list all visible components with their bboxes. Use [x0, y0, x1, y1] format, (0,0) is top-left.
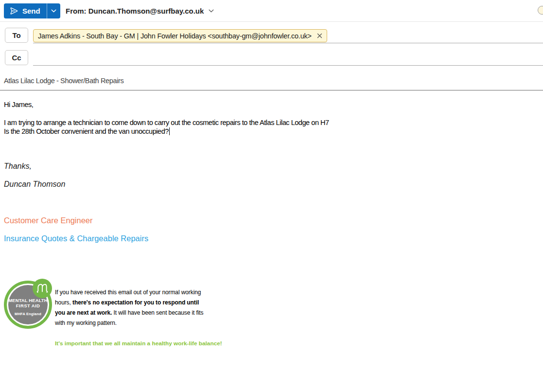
mhfa-m-icon: [36, 283, 49, 294]
working-pattern-line: hours, there's no expectation for you to…: [55, 298, 204, 308]
close-icon: [317, 33, 322, 38]
email-compose-window: Send From: Duncan.Thomson@surfbay.co.uk …: [0, 0, 543, 392]
header-divider: [0, 21, 543, 22]
wp-seg-bold: there's no expectation for you to respon…: [72, 299, 199, 306]
text-caret: [169, 127, 170, 135]
wp-seg: with my working pattern.: [55, 320, 117, 326]
wp-seg: If you have received this email out of y…: [55, 289, 201, 296]
send-button-label: Send: [22, 7, 40, 15]
remove-recipient-button[interactable]: [317, 33, 322, 38]
recipient-chip[interactable]: James Adkins - South Bay - GM | John Fow…: [33, 29, 327, 42]
wp-seg-bold: you are next at work.: [55, 309, 112, 316]
mhfa-m-badge: [33, 279, 52, 298]
truncated-toolbar-icon[interactable]: [538, 6, 543, 15]
body-greeting: Hi James,: [4, 101, 33, 108]
send-split-button[interactable]: Send: [4, 3, 60, 18]
working-pattern-line: you are next at work. It will have been …: [55, 308, 204, 318]
recipient-chip-label: James Adkins - South Bay - GM | John Fow…: [38, 32, 312, 40]
send-icon: [9, 6, 18, 16]
send-button[interactable]: Send: [4, 3, 47, 18]
wp-seg: It will have been sent because it fits: [112, 309, 203, 316]
mhfa-title-line1: MENTAL HEALTH: [8, 298, 47, 303]
chevron-down-icon: [51, 9, 56, 13]
mhfa-title-line2: FIRST AID: [16, 303, 40, 308]
to-button-label: To: [12, 31, 20, 39]
send-options-dropdown[interactable]: [47, 3, 60, 18]
cc-field-underline[interactable]: [33, 65, 543, 66]
to-button[interactable]: To: [5, 28, 28, 43]
chevron-down-icon: [209, 9, 214, 13]
signature-team: Insurance Quotes & Chargeable Repairs: [4, 234, 148, 243]
body-paragraph-line1: I am trying to arrange a technician to c…: [4, 119, 329, 126]
signature-role: Customer Care Engineer: [4, 216, 93, 225]
working-pattern-line: with my working pattern.: [55, 318, 204, 328]
work-life-balance-note: It's important that we all maintain a he…: [55, 340, 222, 347]
cc-button-label: Cc: [12, 53, 21, 62]
working-pattern-line: If you have received this email out of y…: [55, 287, 204, 298]
cc-button[interactable]: Cc: [5, 50, 28, 65]
from-address-label: From: Duncan.Thomson@surfbay.co.uk: [66, 7, 204, 15]
mhfa-logo: MENTAL HEALTH FIRST AID MHFA England: [4, 281, 52, 329]
to-field-underline[interactable]: [33, 43, 543, 43]
mhfa-subtitle: MHFA England: [15, 312, 41, 316]
wp-seg: hours,: [55, 299, 72, 306]
from-selector[interactable]: From: Duncan.Thomson@surfbay.co.uk: [66, 3, 214, 18]
body-paragraph-line2-text: Is the 28th October convenient and the v…: [4, 127, 169, 135]
subject-field[interactable]: Atlas Lilac Lodge - Shower/Bath Repairs: [4, 77, 123, 85]
signature-name: Duncan Thomson: [4, 180, 65, 189]
working-pattern-text: If you have received this email out of y…: [55, 287, 204, 328]
body-paragraph-line2: Is the 28th October convenient and the v…: [4, 127, 170, 135]
subject-divider: [0, 90, 543, 90]
body-closing: Thanks,: [4, 162, 32, 171]
